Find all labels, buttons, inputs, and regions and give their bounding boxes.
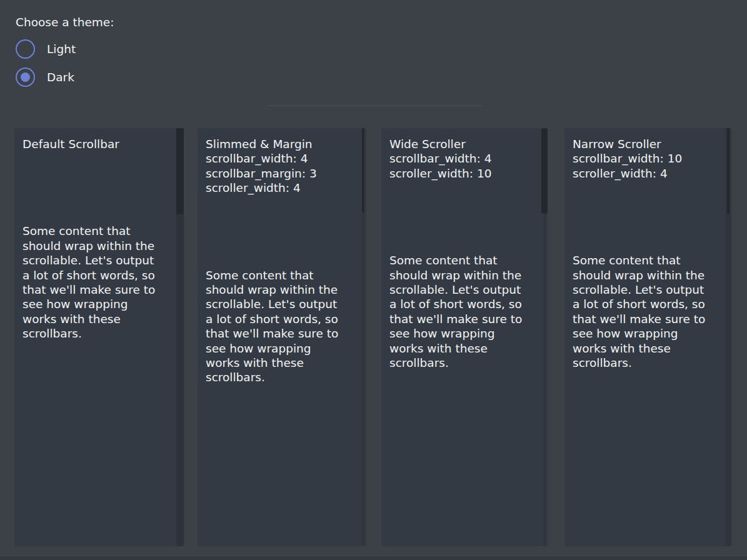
panel-config-line: scrollbar_width: 10 <box>573 151 715 166</box>
panel-config-line: scrollbar_width: 4 <box>206 151 350 166</box>
paragraph-line: should wrap within the <box>206 282 350 297</box>
panel-header: Default Scrollbar <box>23 137 168 151</box>
scrollbar-thumb[interactable] <box>541 128 548 214</box>
panel-config-line: scroller_width: 4 <box>573 166 715 181</box>
theme-option-light-label: Light <box>47 42 76 56</box>
paragraph-line: should wrap within the <box>389 268 531 282</box>
paragraph-line: should wrap within the <box>573 268 715 282</box>
paragraph-line: a lot of short words, so <box>573 297 715 311</box>
panel-config-line: scroller_width: 4 <box>206 181 350 195</box>
panel-narrow-scroller: Narrow Scrollerscrollbar_width: 10scroll… <box>564 128 731 546</box>
paragraph-line: see how wrapping <box>206 341 350 356</box>
panel-paragraph: Some content thatshould wrap within thes… <box>389 253 531 370</box>
paragraph-line: scrollbars. <box>389 356 531 370</box>
radio-dark-icon[interactable] <box>16 68 35 87</box>
panel-header: Wide Scrollerscrollbar_width: 4scroller_… <box>389 137 531 181</box>
panel-title: Default Scrollbar <box>23 137 168 151</box>
paragraph-line: that we'll make sure to <box>573 312 715 326</box>
panel-wide-scroller: Wide Scrollerscrollbar_width: 4scroller_… <box>381 128 548 546</box>
paragraph-line: scrollbars. <box>23 326 168 341</box>
paragraph-line: Some content that <box>23 224 168 238</box>
panel-paragraph: Some content thatshould wrap within thes… <box>206 268 350 385</box>
theme-option-light[interactable]: Light <box>16 39 114 59</box>
panel-paragraph: Some content thatshould wrap within thes… <box>573 253 715 370</box>
radio-dot <box>21 44 30 54</box>
scrollbar-thumb[interactable] <box>727 128 729 214</box>
paragraph-line: works with these <box>573 341 715 356</box>
scrollbar-demo-page: Choose a theme: Light Dark Default Scrol… <box>0 0 747 560</box>
panel-config-line: scroller_width: 10 <box>389 166 531 181</box>
radio-light-icon[interactable] <box>16 39 35 59</box>
paragraph-line: a lot of short words, so <box>23 268 168 282</box>
panel-config-line: scrollbar_margin: 3 <box>206 166 350 181</box>
section-divider <box>268 105 482 106</box>
paragraph-line: Some content that <box>573 253 715 268</box>
scrollbar-thumb[interactable] <box>176 128 184 214</box>
panel-slimmed-and-margin: Slimmed & Marginscrollbar_width: 4scroll… <box>198 128 366 546</box>
theme-option-dark-label: Dark <box>47 70 74 84</box>
paragraph-line: should wrap within the <box>23 239 168 253</box>
paragraph-line: see how wrapping <box>389 326 531 341</box>
scrollbar-thumb[interactable] <box>362 128 364 212</box>
paragraph-line: works with these <box>389 341 531 356</box>
paragraph-line: works with these <box>206 356 350 370</box>
panel-title: Slimmed & Margin <box>206 137 350 151</box>
panel-header: Slimmed & Marginscrollbar_width: 4scroll… <box>206 137 350 196</box>
paragraph-line: scrollable. Let's output <box>23 253 168 268</box>
panel-header: Narrow Scrollerscrollbar_width: 10scroll… <box>573 137 715 181</box>
paragraph-line: Some content that <box>389 253 531 268</box>
paragraph-line: scrollable. Let's output <box>573 282 715 297</box>
radio-dot <box>21 72 30 82</box>
paragraph-line: a lot of short words, so <box>206 312 350 326</box>
paragraph-line: works with these <box>23 312 168 326</box>
paragraph-line: a lot of short words, so <box>389 297 531 311</box>
paragraph-line: Some content that <box>206 268 350 282</box>
panel-title: Wide Scroller <box>389 137 531 151</box>
paragraph-line: scrollable. Let's output <box>206 297 350 311</box>
page-bottom-scrollbar-gutter <box>0 556 747 560</box>
panels-row: Default Scrollbar Some content thatshoul… <box>0 128 747 546</box>
paragraph-line: see how wrapping <box>23 297 168 311</box>
panel-default-scrollbar: Default Scrollbar Some content thatshoul… <box>14 128 184 546</box>
paragraph-line: scrollbars. <box>206 370 350 384</box>
theme-chooser: Choose a theme: Light Dark <box>16 15 114 95</box>
paragraph-line: scrollable. Let's output <box>389 282 531 297</box>
theme-chooser-label: Choose a theme: <box>16 15 114 29</box>
paragraph-line: that we'll make sure to <box>23 282 168 297</box>
paragraph-line: that we'll make sure to <box>389 312 531 326</box>
theme-option-dark[interactable]: Dark <box>16 67 114 87</box>
panel-paragraph: Some content thatshould wrap within thes… <box>23 224 168 341</box>
panel-config-line: scrollbar_width: 4 <box>389 151 531 166</box>
paragraph-line: see how wrapping <box>573 326 715 341</box>
paragraph-line: that we'll make sure to <box>206 326 350 341</box>
paragraph-line: scrollbars. <box>573 356 715 370</box>
panel-title: Narrow Scroller <box>573 137 715 151</box>
